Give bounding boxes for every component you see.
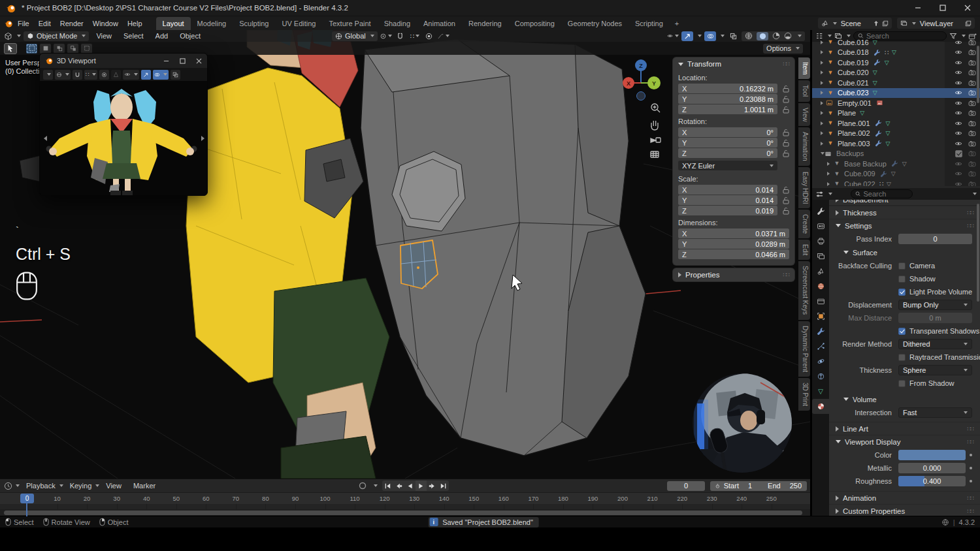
fw-mode-dropdown[interactable] <box>43 70 53 80</box>
timeline-track[interactable] <box>0 504 810 509</box>
hide-eye-icon[interactable] <box>955 140 962 148</box>
gizmo-negative-z[interactable] <box>637 92 645 101</box>
frame-range-fields[interactable]: Start 1 End 250 <box>710 481 807 491</box>
tab-constraints[interactable] <box>812 369 829 384</box>
tab-object-data[interactable]: ▽ <box>812 384 829 399</box>
save-notification[interactable]: i Saved "Project BOB2.blend" <box>429 517 539 527</box>
backface-shadow-checkbox[interactable] <box>898 276 906 283</box>
current-frame-field[interactable]: 0 <box>667 481 705 491</box>
hide-eye-icon[interactable] <box>955 170 962 178</box>
outliner-row[interactable]: ▼Cube.019▽ <box>812 57 980 68</box>
menu-edit[interactable]: Edit <box>34 18 56 29</box>
tab-scene[interactable] <box>812 264 829 279</box>
panel-drag-handle[interactable]: ∷∷ <box>968 223 973 229</box>
select-mode-intersect[interactable] <box>81 44 92 54</box>
npanel-tab-view[interactable]: View <box>798 103 810 127</box>
next-keyframe-button[interactable] <box>427 480 438 491</box>
tab-uv-editing[interactable]: UV Editing <box>275 17 322 30</box>
npanel-tab-create[interactable]: Create <box>798 210 810 238</box>
camera-visibility-icon[interactable] <box>968 180 976 186</box>
properties-search-input[interactable] <box>863 190 908 198</box>
pivot-point-selector[interactable] <box>380 31 392 41</box>
camera-visibility-icon[interactable] <box>968 109 976 117</box>
scale-z-field[interactable]: Z0.019 <box>678 206 777 215</box>
thickness-dropdown[interactable]: Sphere <box>898 365 972 375</box>
close-button[interactable] <box>955 0 980 16</box>
fw-annotate-icon[interactable] <box>111 70 121 80</box>
lock-icon[interactable] <box>780 95 789 103</box>
options-dropdown[interactable]: Options <box>763 44 803 54</box>
tab-scripting[interactable]: Scripting <box>629 17 670 30</box>
tab-compositing[interactable]: Compositing <box>508 17 561 30</box>
npanel-tab-edit[interactable]: Edit <box>798 240 810 260</box>
viewport-menu-add[interactable]: Add <box>151 32 173 40</box>
play-reverse-button[interactable] <box>404 480 416 491</box>
transparent-shadows-checkbox[interactable] <box>898 328 906 335</box>
hide-eye-icon[interactable] <box>955 109 962 117</box>
viewlayer-selector[interactable]: ViewLayer <box>897 18 975 29</box>
shading-dropdown[interactable] <box>798 35 802 37</box>
tab-modifiers[interactable] <box>812 324 829 339</box>
thickness-panel-header[interactable]: Thickness∷∷ <box>829 206 980 219</box>
falloff-dropdown[interactable] <box>438 31 449 41</box>
outliner-row[interactable]: ▼Cube.020▽ <box>812 68 980 78</box>
surface-subpanel-header[interactable]: Surface <box>829 246 980 259</box>
gizmos-toggle[interactable] <box>681 31 693 41</box>
snap-toggle[interactable] <box>395 31 406 41</box>
npanel-tab-dynamic-parent[interactable]: Dynamic Parent <box>798 321 810 377</box>
panel-drag-handle[interactable]: ∷∷ <box>783 272 789 278</box>
tab-render[interactable] <box>812 219 829 234</box>
floating-viewport-window[interactable]: 3D Viewport ∷ <box>39 53 208 196</box>
lock-icon[interactable] <box>780 197 789 204</box>
rotation-y-field[interactable]: Y0° <box>678 138 777 148</box>
outliner-row[interactable]: ▼Plane.001▽ <box>812 118 980 129</box>
xray-toggle[interactable] <box>727 31 739 41</box>
roughness-slider[interactable]: 0.400 <box>898 476 966 486</box>
npanel-tab-item[interactable]: Item <box>798 57 810 79</box>
outliner-row[interactable]: ▼Cube.022∷▽ <box>812 179 980 186</box>
properties-scrollbar[interactable] <box>977 204 979 302</box>
tab-view-layer[interactable] <box>812 249 829 264</box>
tab-geometry-nodes[interactable]: Geometry Nodes <box>561 17 629 30</box>
playhead-frame-badge[interactable]: 0 <box>20 494 34 503</box>
properties-search[interactable] <box>851 189 913 198</box>
fw-proportional-toggle[interactable] <box>99 70 109 80</box>
animation-panel-header[interactable]: Animation∷∷ <box>829 491 980 504</box>
menu-render[interactable]: Render <box>56 18 88 29</box>
viewport-menu-select[interactable]: Select <box>119 32 148 40</box>
panel-drag-handle[interactable]: ∷∷ <box>968 426 973 432</box>
prev-keyframe-button[interactable] <box>393 480 404 491</box>
shading-solid-active[interactable] <box>757 32 768 40</box>
select-mode-new[interactable] <box>26 44 37 54</box>
displacement-dropdown[interactable]: Bump Only <box>898 300 972 310</box>
tab-material[interactable] <box>812 399 829 414</box>
viewport-menu-object[interactable]: Object <box>175 32 205 40</box>
outliner-row[interactable]: ▼Cube.016▽ <box>812 37 980 48</box>
blender-menu-icon[interactable] <box>4 19 13 28</box>
outliner-row-collection[interactable]: Backups <box>812 149 980 159</box>
camera-visibility-icon[interactable] <box>968 89 976 97</box>
menu-file[interactable]: File <box>13 18 34 29</box>
minimize-icon[interactable] <box>163 58 169 64</box>
jump-to-start-button[interactable] <box>382 480 393 491</box>
menu-help[interactable]: Help <box>123 18 147 29</box>
panel-drag-handle[interactable]: ∷∷ <box>968 210 973 216</box>
timeline-ruler[interactable]: 0102030405060708090100110120130140150160… <box>0 492 810 504</box>
fw-orientation-dropdown[interactable] <box>55 70 71 80</box>
lock-icon[interactable] <box>780 150 789 157</box>
timeline-menu-playback[interactable]: Playback <box>21 482 61 490</box>
hide-eye-icon[interactable] <box>955 59 962 67</box>
hide-eye-icon[interactable] <box>955 69 962 76</box>
outliner-row[interactable]: ▼Cube.018∷▽ <box>812 48 980 58</box>
viewport-color-swatch[interactable] <box>898 450 966 460</box>
mode-selector[interactable]: Object Mode <box>24 31 89 41</box>
outliner-row[interactable]: Empty.001 <box>812 98 980 108</box>
tab-sculpting[interactable]: Sculpting <box>233 17 275 30</box>
settings-panel-header[interactable]: Settings∷∷ <box>829 219 980 232</box>
displacement-panel-partial[interactable]: Displacement <box>829 200 980 206</box>
playhead-line[interactable] <box>26 503 27 516</box>
camera-visibility-icon[interactable] <box>968 170 976 178</box>
timeline-menu-view[interactable]: View <box>101 482 127 490</box>
rotation-x-field[interactable]: X0° <box>678 127 777 137</box>
camera-visibility-icon[interactable] <box>968 59 976 67</box>
